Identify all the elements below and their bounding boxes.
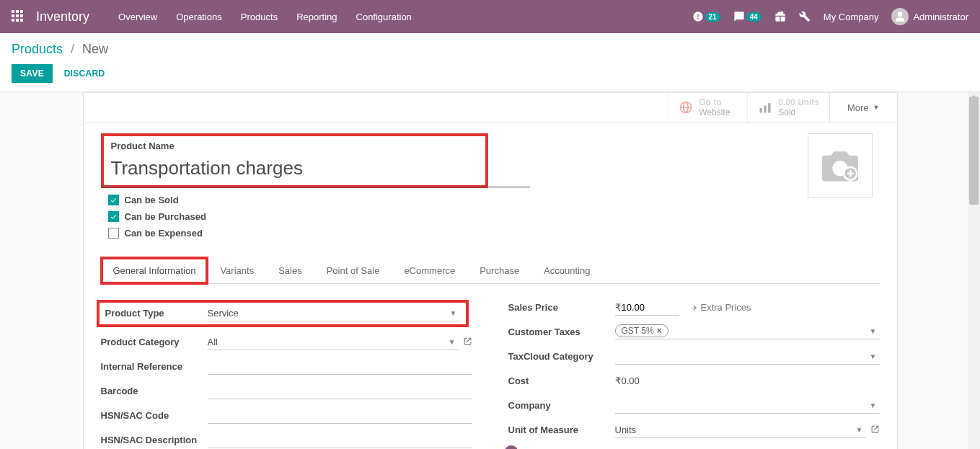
tabs: General Information Variants Sales Point… [101,257,880,284]
hsn-code-input[interactable] [208,408,472,424]
hsn-desc-input[interactable] [208,432,472,448]
stat-website[interactable]: Go to Website [668,93,747,123]
company-select[interactable] [615,398,880,414]
svg-rect-5 [20,14,23,17]
external-link-icon[interactable] [463,337,472,348]
svg-rect-8 [20,19,23,22]
category-select[interactable] [208,334,459,350]
product-type-label: Product Type [105,308,208,319]
cursor-marker-icon [503,445,520,449]
save-button[interactable]: SAVE [12,64,53,83]
uom-label: Unit of Measure [508,424,615,435]
can-be-purchased-checkbox[interactable] [108,211,119,222]
button-box: Go to Website 0.00 Units Sold More ▼ [84,92,897,123]
tools-icon[interactable] [799,11,811,22]
nav-products[interactable]: Products [241,12,278,22]
tab-ecommerce[interactable]: eCommerce [392,257,467,284]
svg-rect-1 [16,10,19,13]
tax-chip-label: GST 5% [622,326,654,336]
cost-value: 0.00 [622,375,640,386]
sales-price-input[interactable] [622,300,679,315]
user-name: Administrator [913,12,968,22]
sheet-bg: Go to Website 0.00 Units Sold More ▼ Pro… [0,92,980,449]
navbar: Inventory Overview Operations Products R… [0,0,980,33]
stat-units-value: 0.00 Units [778,97,819,107]
category-label: Product Category [101,337,208,347]
svg-rect-10 [764,106,767,113]
activity-icon[interactable]: 21 [692,11,720,22]
can-be-sold-label[interactable]: Can be Sold [125,195,179,205]
product-name-input[interactable] [111,156,478,181]
sales-price-label: Sales Price [508,302,615,313]
stat-units-sold[interactable]: 0.00 Units Sold [747,93,829,123]
internal-ref-input[interactable] [208,359,472,375]
gift-icon[interactable] [774,11,786,22]
product-image-placeholder[interactable] [808,133,873,198]
can-be-expensed-label[interactable]: Can be Expensed [125,228,203,239]
stat-website-line2: Website [699,107,730,117]
scrollbar[interactable]: ▴ ▾ [968,92,980,449]
taxcloud-label: TaxCloud Category [508,351,615,362]
view-wrap: Go to Website 0.00 Units Sold More ▼ Pro… [0,92,980,449]
col-left: Product Type ▼ Product Category ▼ [101,300,472,449]
tab-accounting[interactable]: Accounting [531,257,602,284]
tab-sales[interactable]: Sales [266,257,314,284]
extra-prices-link[interactable]: Extra Prices [689,302,751,313]
svg-rect-11 [768,104,770,113]
breadcrumb-products[interactable]: Products [12,42,63,56]
product-name-label: Product Name [111,141,478,151]
cost-label: Cost [508,375,615,386]
nav-reporting[interactable]: Reporting [296,12,337,22]
product-type-select[interactable] [208,306,460,321]
col-right: Sales Price ₹ Extra Prices [508,300,880,449]
tax-chip-remove[interactable]: × [657,326,662,336]
tab-variants[interactable]: Variants [208,257,266,284]
svg-rect-3 [12,14,14,17]
scroll-thumb[interactable] [969,97,979,205]
nav-operations[interactable]: Operations [176,12,222,22]
nav-configuration[interactable]: Configuration [356,12,412,22]
can-be-expensed-checkbox[interactable] [108,228,119,239]
apps-icon[interactable] [12,10,23,24]
form-sheet: Go to Website 0.00 Units Sold More ▼ Pro… [83,92,898,449]
user-menu[interactable]: Administrator [891,8,968,25]
currency-symbol: ₹ [615,302,621,313]
tab-content: Product Type ▼ Product Category ▼ [101,284,880,449]
extra-prices-label: Extra Prices [701,302,751,313]
svg-rect-2 [20,10,23,13]
can-be-sold-checkbox[interactable] [108,195,119,205]
barcode-input[interactable] [208,383,472,399]
tab-point-of-sale[interactable]: Point of Sale [314,257,392,284]
breadcrumb-separator: / [71,42,74,56]
caret-down-icon: ▼ [870,327,877,335]
stat-units-label: Sold [778,107,819,117]
hsn-code-label: HSN/SAC Code [101,410,208,421]
svg-rect-6 [12,19,14,22]
discard-button[interactable]: DISCARD [56,64,114,83]
product-name-group: Product Name [101,133,488,188]
internal-ref-label: Internal Reference [101,361,208,372]
taxcloud-select[interactable] [615,349,880,365]
tab-general-information[interactable]: General Information [101,257,208,284]
product-options: Can be Sold Can be Purchased Can be Expe… [108,195,808,239]
external-link-icon[interactable] [870,424,880,436]
breadcrumb: Products / New [12,42,968,57]
stat-website-line1: Go to [699,97,730,107]
customer-taxes-label: Customer Taxes [508,326,615,337]
hsn-desc-label: HSN/SAC Description [101,435,208,445]
control-panel: Products / New SAVE DISCARD [0,33,980,92]
company-switcher[interactable]: My Company [824,12,879,22]
currency-symbol: ₹ [615,375,621,386]
svg-rect-4 [16,14,19,17]
stat-more[interactable]: More ▼ [829,93,897,123]
app-brand[interactable]: Inventory [36,9,89,25]
nav-overview[interactable]: Overview [118,12,157,22]
tab-purchase[interactable]: Purchase [467,257,531,284]
uom-select[interactable] [615,422,866,438]
tax-chip[interactable]: GST 5% × [615,324,668,337]
messages-icon[interactable]: 44 [733,11,762,22]
messages-badge: 44 [746,12,762,22]
product-type-row: Product Type ▼ [97,300,469,327]
can-be-purchased-label[interactable]: Can be Purchased [125,211,206,222]
activity-badge: 21 [705,12,720,22]
